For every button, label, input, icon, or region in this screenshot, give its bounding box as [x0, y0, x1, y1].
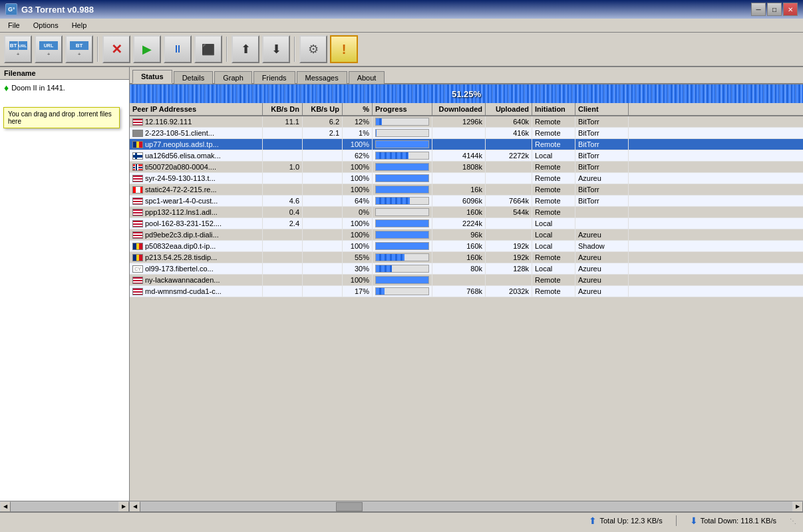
pause-button[interactable]: ⏸ [164, 35, 192, 63]
peer-pct: 64% [343, 196, 373, 206]
hscroll-left[interactable]: ◀ [130, 501, 140, 512]
peer-progress-bar [375, 163, 429, 171]
table-row[interactable]: up77.neoplus.adsl.tp...100%RemoteBitTorr [130, 139, 803, 150]
title-controls[interactable]: ─ □ ✕ [751, 3, 798, 16]
table-hscroll[interactable]: ◀ ▶ [130, 501, 803, 511]
menu-help[interactable]: Help [67, 20, 92, 31]
peer-initiation: Remote [532, 162, 575, 172]
peer-ip-cell: spc1-wear1-4-0-cust... [130, 196, 263, 206]
start-button[interactable]: ▶ [133, 35, 161, 63]
peer-ip-cell: p50832eaa.dip0.t-ip... [130, 241, 263, 251]
tab-about[interactable]: About [349, 71, 385, 84]
table-row[interactable]: ua126d56.elisa.omak...62%4144k2272kLocal… [130, 150, 803, 162]
peer-flag-icon [132, 254, 143, 261]
menu-file[interactable]: File [3, 20, 25, 31]
peer-progress-bar [375, 265, 429, 273]
peer-pct: 100% [343, 173, 373, 184]
peer-flag-icon [132, 209, 143, 216]
menu-options[interactable]: Options [28, 20, 64, 31]
app-title: G3 Torrent v0.988 [21, 5, 94, 15]
peer-progress-bar [375, 174, 429, 182]
peer-progress-bar [375, 276, 429, 284]
peer-ip: p50832eaa.dip0.t-ip... [145, 242, 216, 250]
peer-dn [263, 229, 303, 240]
peer-client [575, 218, 629, 229]
peer-ip: up77.neoplus.adsl.tp... [145, 140, 219, 148]
th-peer: Peer IP Addresses [130, 103, 263, 115]
content-area: Status Details Graph Friends Messages Ab… [130, 67, 803, 511]
peer-up [303, 252, 343, 263]
remove-button[interactable]: ✕ [102, 35, 130, 63]
scroll-right-arrow[interactable]: ▶ [118, 501, 129, 512]
priority-down-button[interactable]: ⬇ [262, 35, 290, 63]
settings-button[interactable]: ⚙ [299, 35, 327, 63]
toolbar: BT URL + URL + BT + ✕ ▶ ⏸ ⬛ ⬆ ⬇ ⚙ ! [0, 33, 803, 67]
table-row[interactable]: md-wmnsmd-cuda1-c...17%768k2032kRemoteAz… [130, 286, 803, 297]
peer-progress-cell [373, 184, 432, 195]
peer-client: BitTorr [575, 139, 629, 150]
table-row[interactable]: ppp132-112.lns1.adl...0.40%160k544kRemot… [130, 207, 803, 218]
add-bt-button[interactable]: BT + [65, 35, 93, 63]
tabs-bar: Status Details Graph Friends Messages Ab… [130, 67, 803, 84]
maximize-button[interactable]: □ [767, 3, 782, 16]
peer-dn [263, 275, 303, 285]
table-row[interactable]: syr-24-59-130-113.t...100%RemoteAzureu [130, 173, 803, 184]
peer-downloaded: 2224k [432, 218, 486, 229]
table-row[interactable]: pd9ebe2c3.dip.t-diali...100%96kLocalAzur… [130, 229, 803, 241]
peer-ip-cell: ti500720a080-0004.... [130, 162, 263, 172]
peer-up [303, 241, 343, 251]
add-torrent-button[interactable]: BT URL + [4, 35, 32, 63]
tab-graph[interactable]: Graph [214, 71, 252, 84]
table-row[interactable]: p213.54.25.28.tisdip...55%160k192kRemote… [130, 252, 803, 263]
peer-progress-bar [375, 197, 429, 205]
peer-dn [263, 286, 303, 297]
toolbar-separator-1 [97, 37, 98, 62]
tab-status[interactable]: Status [132, 70, 172, 84]
peer-client: BitTorr [575, 128, 629, 138]
table-body[interactable]: 12.116.92.11111.16.212%1296k640kRemoteBi… [130, 116, 803, 501]
peer-pct: 62% [343, 150, 373, 161]
table-row[interactable]: ny-lackawannacaden...100%RemoteAzureu [130, 275, 803, 286]
total-download: Total Down: 118.1 KB/s [701, 517, 776, 525]
peer-progress-cell [373, 218, 432, 229]
minimize-button[interactable]: ─ [751, 3, 766, 16]
add-url-button[interactable]: URL + [35, 35, 63, 63]
scroll-track[interactable] [11, 501, 118, 511]
peer-uploaded [486, 162, 532, 172]
hscroll-thumb[interactable] [336, 502, 363, 511]
table-row[interactable]: pool-162-83-231-152....2.4100%2224kLocal [130, 218, 803, 229]
table-row[interactable]: ti500720a080-0004....1.0100%1808kRemoteB… [130, 162, 803, 173]
alert-button[interactable]: ! [330, 35, 358, 63]
download-arrow-icon: ⬇ [690, 515, 698, 526]
table-row[interactable]: spc1-wear1-4-0-cust...4.664%6096k7664kRe… [130, 196, 803, 207]
peer-ip-cell: 2-223-108-51.client... [130, 128, 263, 138]
peer-pct: 55% [343, 252, 373, 263]
table-row[interactable]: p50832eaa.dip0.t-ip...100%160k192kLocalS… [130, 241, 803, 252]
sidebar-scrollbar[interactable]: ◀ ▶ [0, 501, 129, 511]
table-row[interactable]: static24-72-2-215.re...100%16kRemoteBitT… [130, 184, 803, 196]
table-row[interactable]: 12.116.92.11111.16.212%1296k640kRemoteBi… [130, 116, 803, 128]
tab-messages[interactable]: Messages [297, 71, 347, 84]
hscroll-track[interactable] [140, 501, 792, 511]
hscroll-right[interactable]: ▶ [792, 501, 803, 512]
scroll-left-arrow[interactable]: ◀ [0, 501, 11, 512]
peer-dn [263, 150, 303, 161]
peer-initiation: Remote [532, 207, 575, 217]
tab-friends[interactable]: Friends [253, 71, 295, 84]
table-row[interactable]: 2-223-108-51.client...2.11%416kRemoteBit… [130, 128, 803, 139]
sidebar-item-doom[interactable]: ♦ Doom II in 1441. [0, 80, 129, 96]
peer-ip-cell: p213.54.25.28.tisdip... [130, 252, 263, 263]
peer-uploaded: 192k [486, 252, 532, 263]
peer-ip: syr-24-59-130-113.t... [145, 174, 216, 182]
table-row[interactable]: CYol99-173.fibertel.co...30%80k128kLocal… [130, 263, 803, 275]
stop-button[interactable]: ⬛ [194, 35, 222, 63]
close-button[interactable]: ✕ [783, 3, 798, 16]
peer-ip: pd9ebe2c3.dip.t-diali... [145, 231, 219, 239]
priority-up-button[interactable]: ⬆ [232, 35, 259, 63]
peer-uploaded: 640k [486, 116, 532, 127]
toolbar-separator-3 [294, 37, 295, 62]
peer-ip: ol99-173.fibertel.co... [145, 265, 214, 273]
peer-flag-icon [132, 288, 143, 295]
peer-client: Shadow [575, 241, 629, 251]
tab-details[interactable]: Details [174, 71, 214, 84]
